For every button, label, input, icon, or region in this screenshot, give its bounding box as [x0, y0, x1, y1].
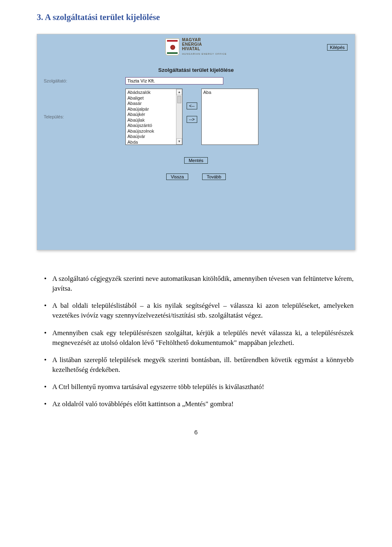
page-number: 6 — [37, 429, 355, 436]
list-item[interactable]: Abda — [127, 140, 180, 145]
bullet-item: A Ctrl billentyű nyomva tartásával egysz… — [52, 382, 354, 392]
bullets-section: A szolgáltató cégjegyzék szerinti neve a… — [37, 274, 355, 409]
list-item[interactable]: Abaújalpár — [127, 107, 180, 112]
add-button[interactable]: --> — [187, 116, 197, 123]
save-row: Mentés — [44, 157, 348, 164]
remove-button[interactable]: <-- — [187, 102, 197, 109]
transfer-widget: Abádszalók Abaliget Abasár Abaújalpár Ab… — [125, 89, 258, 145]
scroll-grip[interactable] — [177, 96, 181, 103]
settlement-row: Település: Abádszalók Abaliget Abasár Ab… — [44, 89, 348, 145]
provider-input[interactable] — [125, 77, 223, 84]
bullet-item: Amennyiben csak egy településrészen szol… — [52, 328, 354, 348]
list-item[interactable]: Abasár — [127, 101, 180, 107]
back-button[interactable]: Vissza — [166, 173, 188, 180]
settlement-label: Település: — [44, 114, 125, 119]
form-area: Szolgáltató: Település: Abádszalók Abali… — [37, 73, 355, 180]
list-item[interactable]: Abaújvár — [127, 134, 180, 140]
transfer-buttons: <-- --> — [187, 89, 197, 123]
bullet-item: A szolgáltató cégjegyzék szerinti neve a… — [52, 274, 354, 294]
list-item[interactable]: Abaújlak — [127, 118, 180, 123]
scroll-down-icon[interactable]: ▼ — [176, 138, 182, 145]
provider-label: Szolgáltató: — [44, 77, 125, 83]
hungary-crest-icon — [165, 38, 179, 56]
settlements-selected-list[interactable]: Aba — [201, 89, 258, 145]
exit-button[interactable]: Kilépés — [327, 44, 347, 51]
app-window: MAGYAR ENERGIA HIVATAL HUNGARIAN ENERGY … — [37, 34, 355, 250]
list-item[interactable]: Abádszalók — [127, 90, 180, 96]
next-button[interactable]: Tovább — [202, 173, 225, 180]
section-heading: 3. A szolgáltatási terület kijelölése — [37, 12, 355, 22]
list-item[interactable]: Abaújkér — [127, 112, 180, 118]
list-item[interactable]: Aba — [203, 90, 256, 96]
bullet-item: Az oldalról való továbblépés előtt katti… — [52, 399, 354, 409]
scrollbar[interactable]: ▲ ▼ — [176, 89, 182, 145]
app-topbar: MAGYAR ENERGIA HIVATAL HUNGARIAN ENERGY … — [37, 34, 355, 66]
list-item[interactable]: Abaliget — [127, 96, 180, 101]
logo-text: MAGYAR ENERGIA HIVATAL HUNGARIAN ENERGY … — [182, 38, 227, 56]
list-item[interactable]: Abaújszántó — [127, 123, 180, 129]
settlements-source-list[interactable]: Abádszalók Abaliget Abasár Abaújalpár Ab… — [125, 89, 183, 145]
page-title: Szolgáltatási terület kijelölése — [37, 67, 355, 73]
save-button[interactable]: Mentés — [184, 157, 208, 164]
bullet-item: A bal oldali településlistából – a kis n… — [52, 301, 354, 320]
settlements-source-items: Abádszalók Abaliget Abasár Abaújalpár Ab… — [126, 89, 182, 145]
list-item[interactable]: Abaújszolnok — [127, 129, 180, 134]
settlements-selected-items: Aba — [202, 89, 258, 96]
nav-row: Vissza Tovább — [44, 173, 348, 180]
provider-row: Szolgáltató: — [44, 77, 348, 84]
app-logo: MAGYAR ENERGIA HIVATAL HUNGARIAN ENERGY … — [165, 38, 227, 56]
bullet-item: A listában szereplő települések megyék s… — [52, 355, 354, 375]
scroll-up-icon[interactable]: ▲ — [176, 89, 182, 95]
